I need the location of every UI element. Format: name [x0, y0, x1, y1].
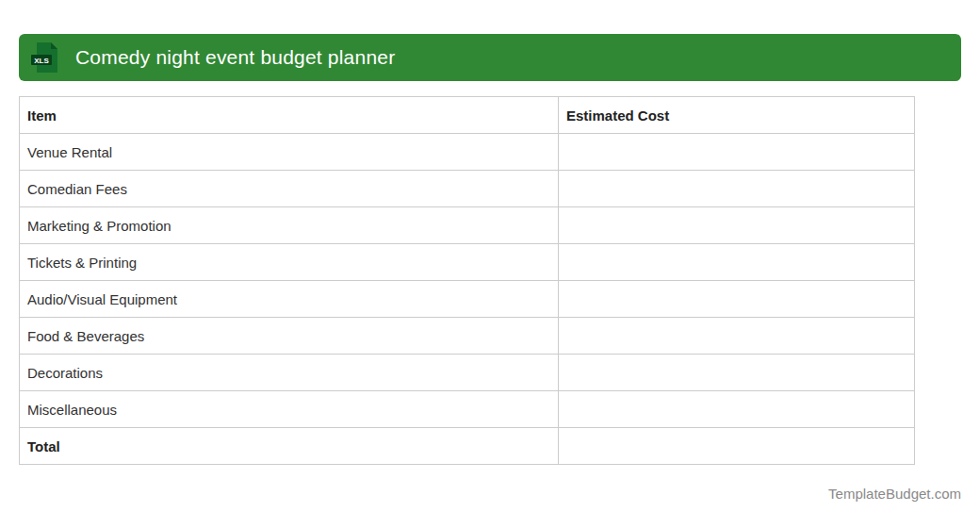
estimated-cost-cell	[559, 134, 915, 171]
estimated-cost-cell	[559, 355, 915, 391]
page-title: Comedy night event budget planner	[75, 46, 395, 69]
xls-icon-label: XLS	[34, 57, 49, 65]
table-row: Tickets & Printing	[20, 244, 915, 281]
table-row: Decorations	[20, 355, 915, 391]
table-header-row: Item Estimated Cost	[20, 97, 915, 134]
item-cell: Tickets & Printing	[20, 244, 559, 281]
item-cell: Audio/Visual Equipment	[20, 281, 559, 318]
item-cell: Food & Beverages	[20, 318, 559, 355]
column-header-estimated-cost: Estimated Cost	[559, 97, 915, 134]
estimated-cost-cell	[559, 171, 915, 207]
xls-file-icon: XLS	[29, 41, 63, 74]
item-cell: Miscellaneous	[20, 391, 559, 428]
estimated-cost-cell	[559, 244, 915, 281]
header-bar: XLS Comedy night event budget planner	[19, 34, 961, 81]
item-cell: Marketing & Promotion	[20, 207, 559, 244]
table-row: Venue Rental	[20, 134, 915, 171]
estimated-cost-cell	[559, 281, 915, 318]
item-cell: Comedian Fees	[20, 171, 559, 207]
column-header-item: Item	[20, 97, 559, 134]
footer-brand: TemplateBudget.com	[828, 486, 961, 502]
budget-table: Item Estimated Cost Venue Rental Comedia…	[19, 96, 915, 465]
item-cell: Decorations	[20, 355, 559, 391]
page: XLS Comedy night event budget planner It…	[0, 0, 980, 528]
table-row: Miscellaneous	[20, 391, 915, 428]
estimated-cost-cell	[559, 428, 915, 465]
table-row: Audio/Visual Equipment	[20, 281, 915, 318]
estimated-cost-cell	[559, 207, 915, 244]
estimated-cost-cell	[559, 391, 915, 428]
table-row: Food & Beverages	[20, 318, 915, 355]
table-row: Comedian Fees	[20, 171, 915, 207]
item-cell: Total	[20, 428, 559, 465]
table-row: Marketing & Promotion	[20, 207, 915, 244]
item-cell: Venue Rental	[20, 134, 559, 171]
estimated-cost-cell	[559, 318, 915, 355]
table-row: Total	[20, 428, 915, 465]
